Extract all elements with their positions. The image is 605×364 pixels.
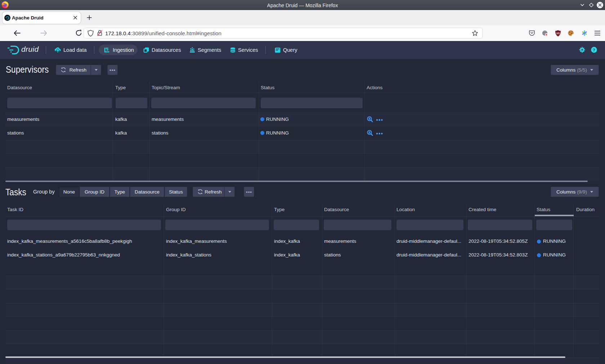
svg-text:?: ? — [593, 48, 595, 52]
svg-text:UO: UO — [556, 32, 560, 35]
